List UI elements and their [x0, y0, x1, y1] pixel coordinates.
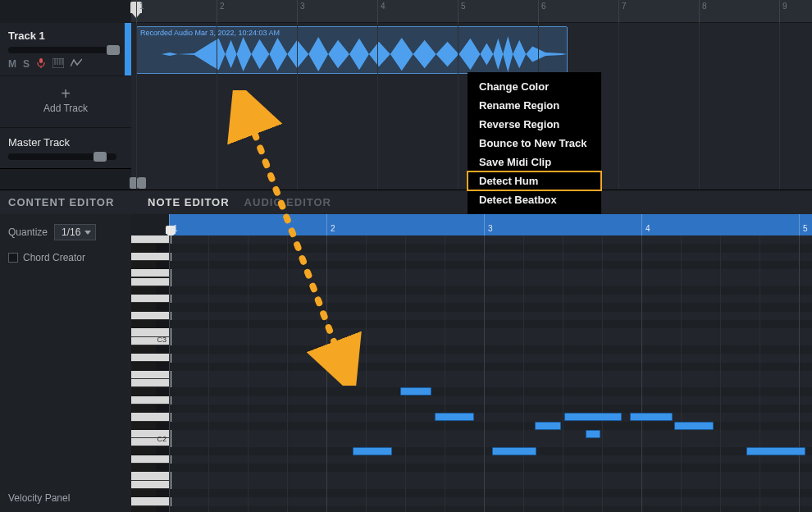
- note-ruler[interactable]: 12345: [169, 214, 812, 235]
- midi-note[interactable]: [630, 413, 673, 421]
- midi-note[interactable]: [353, 447, 392, 455]
- note-grid-row: [169, 295, 812, 303]
- note-grid-col: [760, 235, 760, 512]
- piano-white-key[interactable]: [131, 235, 169, 244]
- piano-black-key[interactable]: [131, 464, 156, 471]
- timeline-tick: 5: [458, 0, 466, 23]
- piano-white-key[interactable]: [131, 481, 169, 489]
- piano-white-key[interactable]: [131, 278, 169, 286]
- midi-note[interactable]: [586, 430, 600, 438]
- context-menu-item[interactable]: Save Midi Clip: [468, 153, 601, 171]
- record-arm-icon[interactable]: [36, 58, 46, 71]
- midi-note[interactable]: [564, 413, 622, 421]
- note-grid-row: [169, 312, 812, 320]
- note-grid-row: [169, 235, 812, 244]
- note-grid-col: [681, 235, 682, 512]
- midi-note[interactable]: [746, 447, 805, 455]
- piano-black-key[interactable]: [131, 320, 156, 327]
- arrange-gridline: [136, 23, 137, 190]
- checkbox-icon[interactable]: [8, 253, 18, 263]
- context-menu-item[interactable]: Reverse Region: [468, 115, 601, 134]
- piano-white-key[interactable]: [131, 396, 169, 405]
- chord-creator-toggle[interactable]: Chord Creator: [8, 252, 123, 263]
- midi-note[interactable]: [492, 447, 536, 455]
- note-grid-row: [169, 328, 812, 336]
- velocity-panel-label[interactable]: Velocity Panel: [8, 492, 70, 504]
- piano-white-key[interactable]: [131, 371, 169, 379]
- note-ruler-tick: 3: [484, 214, 493, 235]
- context-menu-item[interactable]: Bounce to New Track: [468, 134, 601, 153]
- quantize-select[interactable]: 1/16: [54, 224, 96, 240]
- track-color-accent: [125, 23, 131, 75]
- solo-button[interactable]: S: [23, 58, 30, 71]
- piano-black-key[interactable]: [131, 244, 156, 251]
- midi-note[interactable]: [535, 422, 561, 430]
- piano-black-key[interactable]: [131, 303, 156, 310]
- track-volume-thumb[interactable]: [107, 45, 120, 55]
- piano-white-key[interactable]: [131, 413, 169, 421]
- master-volume-slider[interactable]: [8, 153, 116, 160]
- arrange-gridline: [297, 23, 298, 190]
- plus-icon: +: [0, 86, 131, 101]
- tab-audio-editor[interactable]: AUDIO EDITOR: [244, 196, 331, 208]
- note-editor[interactable]: 12345 C3C2: [131, 214, 812, 512]
- context-menu-item[interactable]: Detect Beatbox: [468, 190, 601, 209]
- piano-black-key[interactable]: [131, 261, 156, 268]
- midi-note[interactable]: [435, 413, 474, 421]
- piano-white-key[interactable]: [131, 295, 169, 303]
- note-grid-col: [523, 235, 524, 512]
- content-editor-sidebar: Quantize 1/16 Chord Creator Velocity Pan…: [0, 214, 131, 512]
- automation-icon[interactable]: [71, 58, 82, 71]
- track-header[interactable]: Track 1 M S: [0, 23, 131, 76]
- note-ruler-tick: 2: [326, 214, 335, 235]
- midi-note[interactable]: [674, 422, 714, 430]
- context-menu-item[interactable]: Change Color: [468, 77, 601, 96]
- piano-keys[interactable]: C3C2: [131, 235, 169, 512]
- context-menu-item[interactable]: Rename Region: [468, 96, 601, 115]
- track-volume-slider[interactable]: [8, 47, 116, 53]
- audio-region[interactable]: Recorded Audio Mar 3, 2022, 10:24:03 AM: [136, 26, 568, 74]
- master-volume-thumb[interactable]: [94, 152, 107, 162]
- note-grid-col: [326, 235, 327, 512]
- loop-end-marker[interactable]: [138, 177, 146, 189]
- context-menu-item[interactable]: Detect Hum: [468, 171, 601, 190]
- note-grid[interactable]: [169, 235, 812, 512]
- piano-black-key[interactable]: [131, 387, 156, 395]
- note-grid-row: [169, 269, 812, 277]
- piano-white-key[interactable]: [131, 253, 169, 261]
- tab-note-editor[interactable]: NOTE EDITOR: [148, 196, 230, 208]
- add-track-button[interactable]: + Add Track: [0, 76, 131, 128]
- piano-white-key[interactable]: [131, 472, 169, 480]
- note-grid-col: [720, 235, 721, 512]
- piano-black-key[interactable]: [131, 422, 156, 429]
- note-grid-row: [169, 481, 812, 489]
- timeline-tick: 9: [779, 0, 787, 23]
- note-grid-col: [484, 235, 485, 512]
- note-grid-row: [169, 337, 812, 345]
- note-grid-row: [169, 354, 812, 362]
- piano-white-key[interactable]: [131, 354, 169, 362]
- piano-white-key[interactable]: [131, 269, 169, 277]
- piano-white-key[interactable]: [131, 497, 169, 505]
- timeline-ruler[interactable]: 123456789: [131, 0, 812, 23]
- midi-icon[interactable]: [52, 58, 64, 71]
- master-track[interactable]: Master Track: [0, 128, 131, 169]
- add-track-label: Add Track: [0, 103, 131, 114]
- piano-white-key[interactable]: [131, 312, 169, 320]
- arrange-gridline: [217, 23, 217, 190]
- piano-white-key[interactable]: [131, 379, 169, 387]
- piano-black-key[interactable]: [131, 447, 156, 455]
- piano-black-key[interactable]: [131, 363, 156, 370]
- piano-black-key[interactable]: [131, 489, 156, 496]
- midi-note[interactable]: [400, 387, 431, 395]
- mute-button[interactable]: M: [8, 58, 16, 71]
- track-name[interactable]: Track 1: [8, 30, 123, 42]
- piano-black-key[interactable]: [131, 506, 156, 512]
- piano-black-key[interactable]: [131, 345, 156, 353]
- note-grid-row: [169, 371, 812, 379]
- note-grid-col: [602, 235, 603, 512]
- piano-black-key[interactable]: [131, 286, 156, 294]
- note-grid-col: [366, 235, 367, 512]
- piano-white-key[interactable]: [131, 455, 169, 464]
- piano-black-key[interactable]: [131, 405, 156, 412]
